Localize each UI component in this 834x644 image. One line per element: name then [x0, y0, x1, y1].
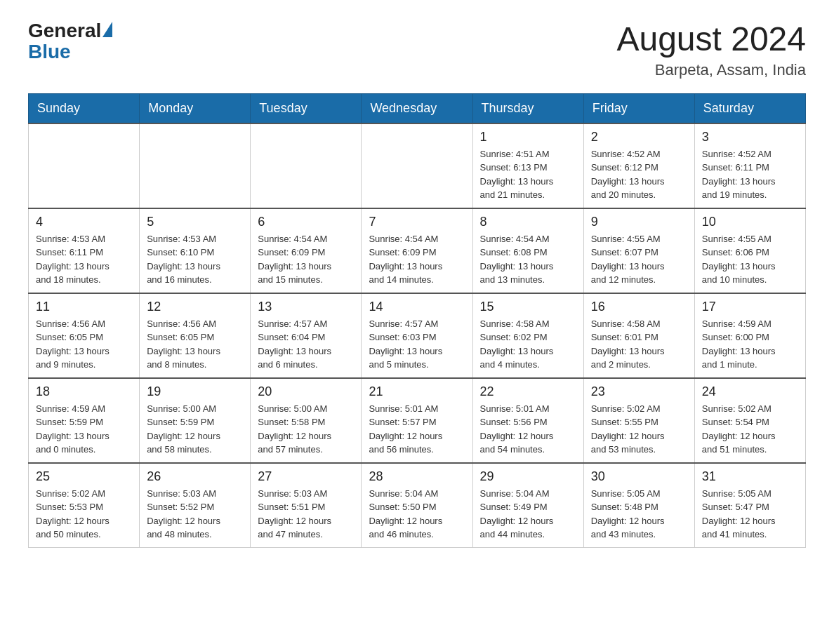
calendar-cell: 21Sunrise: 5:01 AMSunset: 5:57 PMDayligh…	[362, 378, 472, 463]
day-info: Sunrise: 4:55 AMSunset: 6:07 PMDaylight:…	[591, 232, 687, 287]
calendar-cell	[140, 123, 251, 208]
day-number: 27	[258, 469, 354, 484]
header-cell-friday: Friday	[583, 93, 694, 123]
week-row-3: 11Sunrise: 4:56 AMSunset: 6:05 PMDayligh…	[29, 293, 806, 378]
calendar-cell: 3Sunrise: 4:52 AMSunset: 6:11 PMDaylight…	[694, 123, 805, 208]
day-info: Sunrise: 4:52 AMSunset: 6:11 PMDaylight:…	[702, 147, 798, 202]
day-number: 16	[591, 300, 687, 314]
day-info: Sunrise: 4:55 AMSunset: 6:06 PMDaylight:…	[702, 232, 798, 287]
calendar-cell: 24Sunrise: 5:02 AMSunset: 5:54 PMDayligh…	[694, 378, 805, 463]
week-row-1: 1Sunrise: 4:51 AMSunset: 6:13 PMDaylight…	[29, 123, 806, 208]
calendar-cell: 1Sunrise: 4:51 AMSunset: 6:13 PMDaylight…	[472, 123, 583, 208]
header: General Blue August 2024 Barpeta, Assam,…	[28, 21, 806, 79]
day-number: 24	[702, 384, 798, 399]
calendar-cell: 9Sunrise: 4:55 AMSunset: 6:07 PMDaylight…	[583, 208, 694, 293]
day-info: Sunrise: 5:04 AMSunset: 5:49 PMDaylight:…	[480, 487, 576, 542]
day-info: Sunrise: 4:54 AMSunset: 6:09 PMDaylight:…	[258, 232, 354, 287]
calendar-cell: 29Sunrise: 5:04 AMSunset: 5:49 PMDayligh…	[472, 463, 583, 548]
calendar-cell: 30Sunrise: 5:05 AMSunset: 5:48 PMDayligh…	[583, 463, 694, 548]
calendar-cell: 11Sunrise: 4:56 AMSunset: 6:05 PMDayligh…	[29, 293, 140, 378]
day-info: Sunrise: 5:00 AMSunset: 5:58 PMDaylight:…	[258, 402, 354, 457]
calendar-cell: 27Sunrise: 5:03 AMSunset: 5:51 PMDayligh…	[251, 463, 362, 548]
day-number: 22	[480, 384, 576, 399]
header-cell-saturday: Saturday	[694, 93, 805, 123]
day-info: Sunrise: 5:02 AMSunset: 5:53 PMDaylight:…	[36, 487, 132, 542]
day-number: 21	[369, 384, 465, 399]
day-number: 19	[147, 384, 243, 399]
calendar-cell: 10Sunrise: 4:55 AMSunset: 6:06 PMDayligh…	[694, 208, 805, 293]
week-row-5: 25Sunrise: 5:02 AMSunset: 5:53 PMDayligh…	[29, 463, 806, 548]
day-number: 18	[36, 384, 132, 399]
calendar-table: SundayMondayTuesdayWednesdayThursdayFrid…	[28, 93, 806, 548]
calendar-cell: 28Sunrise: 5:04 AMSunset: 5:50 PMDayligh…	[362, 463, 472, 548]
calendar-cell: 31Sunrise: 5:05 AMSunset: 5:47 PMDayligh…	[694, 463, 805, 548]
day-number: 4	[36, 215, 132, 229]
day-info: Sunrise: 4:56 AMSunset: 6:05 PMDaylight:…	[36, 317, 132, 372]
logo-general-text: General	[28, 21, 101, 41]
location-subtitle: Barpeta, Assam, India	[616, 61, 806, 79]
day-info: Sunrise: 4:54 AMSunset: 6:09 PMDaylight:…	[369, 232, 465, 287]
day-number: 28	[369, 469, 465, 484]
day-number: 3	[702, 130, 798, 145]
calendar-cell: 23Sunrise: 5:02 AMSunset: 5:55 PMDayligh…	[583, 378, 694, 463]
header-row: SundayMondayTuesdayWednesdayThursdayFrid…	[29, 93, 806, 123]
day-number: 29	[480, 469, 576, 484]
calendar-cell: 17Sunrise: 4:59 AMSunset: 6:00 PMDayligh…	[694, 293, 805, 378]
day-info: Sunrise: 4:58 AMSunset: 6:01 PMDaylight:…	[591, 317, 687, 372]
calendar-cell: 8Sunrise: 4:54 AMSunset: 6:08 PMDaylight…	[472, 208, 583, 293]
day-info: Sunrise: 4:53 AMSunset: 6:11 PMDaylight:…	[36, 232, 132, 287]
day-info: Sunrise: 4:53 AMSunset: 6:10 PMDaylight:…	[147, 232, 243, 287]
calendar-cell: 7Sunrise: 4:54 AMSunset: 6:09 PMDaylight…	[362, 208, 472, 293]
day-info: Sunrise: 5:00 AMSunset: 5:59 PMDaylight:…	[147, 402, 243, 457]
day-info: Sunrise: 4:56 AMSunset: 6:05 PMDaylight:…	[147, 317, 243, 372]
calendar-cell: 16Sunrise: 4:58 AMSunset: 6:01 PMDayligh…	[583, 293, 694, 378]
calendar-cell	[29, 123, 140, 208]
day-info: Sunrise: 5:02 AMSunset: 5:54 PMDaylight:…	[702, 402, 798, 457]
week-row-4: 18Sunrise: 4:59 AMSunset: 5:59 PMDayligh…	[29, 378, 806, 463]
day-info: Sunrise: 5:05 AMSunset: 5:47 PMDaylight:…	[702, 487, 798, 542]
calendar-cell: 15Sunrise: 4:58 AMSunset: 6:02 PMDayligh…	[472, 293, 583, 378]
day-info: Sunrise: 4:51 AMSunset: 6:13 PMDaylight:…	[480, 147, 576, 202]
day-info: Sunrise: 4:59 AMSunset: 5:59 PMDaylight:…	[36, 402, 132, 457]
day-number: 20	[258, 384, 354, 399]
calendar-cell: 4Sunrise: 4:53 AMSunset: 6:11 PMDaylight…	[29, 208, 140, 293]
calendar-cell: 5Sunrise: 4:53 AMSunset: 6:10 PMDaylight…	[140, 208, 251, 293]
day-info: Sunrise: 4:52 AMSunset: 6:12 PMDaylight:…	[591, 147, 687, 202]
day-number: 14	[369, 300, 465, 314]
day-number: 10	[702, 215, 798, 229]
logo: General Blue	[28, 21, 114, 63]
page-title: August 2024	[616, 21, 806, 58]
calendar-cell	[362, 123, 472, 208]
header-cell-tuesday: Tuesday	[251, 93, 362, 123]
calendar-cell: 14Sunrise: 4:57 AMSunset: 6:03 PMDayligh…	[362, 293, 472, 378]
calendar-header: SundayMondayTuesdayWednesdayThursdayFrid…	[29, 93, 806, 123]
day-number: 31	[702, 469, 798, 484]
day-number: 26	[147, 469, 243, 484]
day-number: 12	[147, 300, 243, 314]
day-number: 13	[258, 300, 354, 314]
day-number: 15	[480, 300, 576, 314]
calendar-cell: 19Sunrise: 5:00 AMSunset: 5:59 PMDayligh…	[140, 378, 251, 463]
day-number: 2	[591, 130, 687, 145]
calendar-cell: 20Sunrise: 5:00 AMSunset: 5:58 PMDayligh…	[251, 378, 362, 463]
title-area: August 2024 Barpeta, Assam, India	[616, 21, 806, 79]
calendar-cell: 2Sunrise: 4:52 AMSunset: 6:12 PMDaylight…	[583, 123, 694, 208]
logo-blue-text: Blue	[28, 41, 71, 62]
calendar-body: 1Sunrise: 4:51 AMSunset: 6:13 PMDaylight…	[29, 123, 806, 548]
day-number: 23	[591, 384, 687, 399]
day-number: 25	[36, 469, 132, 484]
calendar-cell: 22Sunrise: 5:01 AMSunset: 5:56 PMDayligh…	[472, 378, 583, 463]
calendar-cell: 25Sunrise: 5:02 AMSunset: 5:53 PMDayligh…	[29, 463, 140, 548]
calendar-cell: 18Sunrise: 4:59 AMSunset: 5:59 PMDayligh…	[29, 378, 140, 463]
logo-triangle-icon	[102, 22, 112, 37]
day-number: 17	[702, 300, 798, 314]
day-number: 9	[591, 215, 687, 229]
day-number: 8	[480, 215, 576, 229]
day-info: Sunrise: 4:57 AMSunset: 6:04 PMDaylight:…	[258, 317, 354, 372]
day-info: Sunrise: 5:02 AMSunset: 5:55 PMDaylight:…	[591, 402, 687, 457]
day-number: 7	[369, 215, 465, 229]
day-info: Sunrise: 4:59 AMSunset: 6:00 PMDaylight:…	[702, 317, 798, 372]
header-cell-wednesday: Wednesday	[362, 93, 472, 123]
day-info: Sunrise: 5:01 AMSunset: 5:57 PMDaylight:…	[369, 402, 465, 457]
calendar-cell: 13Sunrise: 4:57 AMSunset: 6:04 PMDayligh…	[251, 293, 362, 378]
